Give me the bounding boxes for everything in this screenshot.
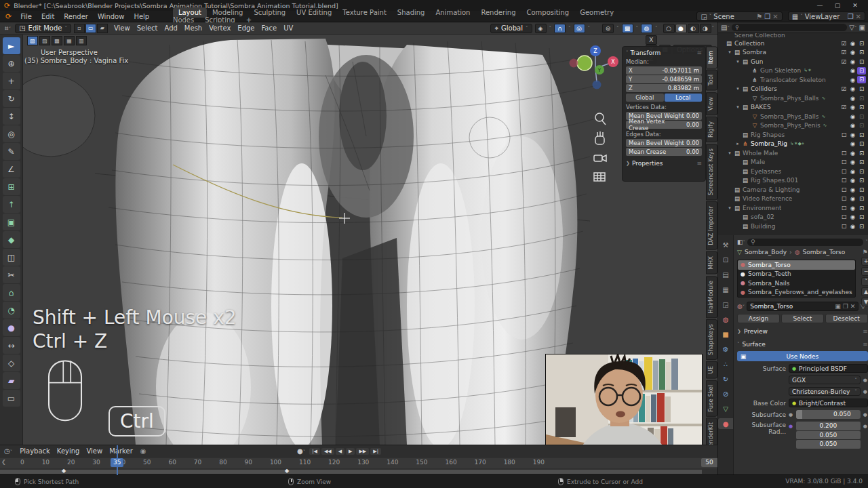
viewport-menu-item[interactable]: View	[111, 24, 134, 32]
disable-render-camera-icon[interactable]	[857, 223, 866, 230]
outliner-row-colliders[interactable]: Colliders	[718, 85, 868, 94]
material-slot[interactable]: ● Sombra_Teeth	[738, 270, 855, 279]
outliner-row-whole-male[interactable]: Whole Male	[718, 148, 868, 158]
mode-dropdown[interactable]: ◳ Edit Mode ˅	[15, 24, 71, 33]
jump-to-start-button[interactable]: |◀	[309, 448, 320, 455]
surface-shader-field[interactable]: ● Principled BSDF	[789, 364, 868, 373]
unlink-icon[interactable]: ✕	[856, 13, 861, 20]
prop-tab-output[interactable]: ▤	[718, 269, 733, 280]
hide-eye-icon[interactable]	[848, 140, 857, 147]
tool-transform[interactable]: ◎	[3, 125, 20, 142]
shading-rendered-icon[interactable]: ◑	[700, 24, 711, 33]
outliner-row-gun[interactable]: Gun	[718, 57, 868, 66]
exclude-checkbox-icon[interactable]	[840, 131, 848, 138]
local-button[interactable]: Local	[665, 94, 703, 102]
outliner-row-sombra-rig[interactable]: Sombra_Rig ↳✶◆⌖	[718, 140, 868, 149]
disable-render-camera-icon[interactable]	[857, 205, 866, 211]
global-button[interactable]: Global	[626, 94, 664, 102]
menu-item[interactable]: File	[16, 12, 37, 22]
exclude-checkbox-icon[interactable]	[840, 168, 848, 175]
timeline-editor-icon[interactable]: ◷˅	[4, 447, 12, 455]
exclude-checkbox-icon[interactable]	[840, 85, 848, 92]
copy-icon[interactable]: ❐	[843, 303, 848, 310]
exclude-checkbox-icon[interactable]	[840, 40, 848, 47]
disable-render-camera-icon[interactable]	[857, 150, 866, 157]
outliner-row-scene-collection[interactable]: Scene Collection	[718, 33, 868, 39]
timeline-ruler[interactable]: ❮ 01020304050607080901001101201301401501…	[0, 457, 717, 468]
base-color-field[interactable]: ● Bright/Contrast	[789, 399, 868, 407]
outliner-row-bakes-phys-balls[interactable]: Sombra_Phys_Balls ∿	[718, 112, 868, 121]
exclude-checkbox-icon[interactable]	[840, 177, 848, 184]
prop-tab-view-layer[interactable]: ▦	[718, 284, 733, 295]
hide-eye-icon[interactable]	[848, 49, 857, 56]
select-mode-invert[interactable]: ▦	[64, 36, 75, 45]
timeline-menu-item[interactable]: Playback	[16, 447, 54, 455]
tool-extrude-region[interactable]: ↑	[3, 196, 20, 213]
sss-method-dropdown[interactable]: Christensen-Burley˅	[789, 387, 861, 396]
hide-eye-icon[interactable]	[848, 186, 857, 193]
material-name-field[interactable]: Sombra_Torso ▣ ❐ ✕	[747, 302, 859, 311]
edge-data-field[interactable]: Mean Crease0.00	[626, 148, 702, 156]
prop-tab-constraints[interactable]: ⊘	[718, 388, 733, 399]
properties-search-input[interactable]: ⚲	[747, 239, 863, 246]
exclude-checkbox-icon[interactable]	[840, 214, 848, 220]
tool-cursor[interactable]: ⊕	[3, 55, 20, 72]
unlink-icon[interactable]: ✕	[850, 303, 856, 310]
vertex-data-field[interactable]: Mean Vertex Crease0.00	[626, 121, 702, 129]
tool-move[interactable]: +	[3, 73, 20, 89]
tool-edge-slide[interactable]: ↔	[3, 337, 20, 354]
viewport-menu-item[interactable]: UV	[280, 24, 296, 32]
hide-eye-icon[interactable]	[848, 131, 857, 138]
prop-tab-particles[interactable]: ∴	[718, 359, 733, 369]
mirror-axis-button[interactable]: X	[646, 35, 657, 45]
select-mode-set[interactable]: ▧	[27, 36, 38, 45]
hide-eye-icon[interactable]	[848, 159, 857, 165]
pin-icon[interactable]: ⚑	[863, 249, 868, 256]
prop-tab-material[interactable]: ●	[718, 418, 733, 429]
scene-selector[interactable]: ◲˅ Scene ⚑ ❐ ✕	[696, 12, 782, 21]
disable-render-camera-icon[interactable]	[857, 113, 866, 120]
viewport-menu-item[interactable]: Add	[161, 24, 180, 32]
xray-toggle-icon[interactable]: ▩	[622, 24, 633, 33]
breadcrumb-object[interactable]: Sombra_Body	[745, 249, 787, 256]
n-panel-tab[interactable]: Screencast Keys	[706, 144, 717, 200]
show-gizmos-icon[interactable]: ⊚	[602, 24, 614, 33]
outliner-row-gun-skeleton[interactable]: Gun Skeleton ↳✶	[718, 66, 868, 76]
end-frame-field[interactable]: 50	[701, 458, 717, 467]
workspace-tab[interactable]: Compositing	[521, 7, 575, 18]
workspace-tab[interactable]: Animation	[430, 7, 475, 18]
record-icon[interactable]: ●˅	[297, 447, 305, 455]
n-panel-tab[interactable]: HairModule	[706, 276, 717, 318]
select-button[interactable]: Select	[781, 314, 824, 323]
disable-render-camera-icon[interactable]	[857, 85, 866, 92]
subsurface-radius-field[interactable]: 0.050	[796, 431, 861, 440]
n-panel-tab[interactable]: Shapekeys	[706, 319, 717, 360]
outliner-row-building[interactable]: Building	[718, 222, 868, 231]
filter-icon[interactable]: ▽˅	[849, 24, 856, 31]
hide-eye-icon[interactable]	[848, 104, 857, 110]
timeline-menu-item[interactable]: Keying	[54, 447, 83, 455]
shading-wireframe-icon[interactable]: ○	[663, 24, 675, 33]
exclude-checkbox-icon[interactable]	[840, 58, 848, 65]
exclude-checkbox-icon[interactable]	[840, 159, 848, 165]
hide-eye-icon[interactable]	[848, 85, 857, 92]
disable-render-camera-icon[interactable]	[857, 214, 866, 220]
outliner-row-collection[interactable]: Collection	[718, 39, 868, 48]
editor-type-icon[interactable]: ⌗˅	[3, 24, 12, 33]
copy-icon[interactable]: ❐	[764, 13, 770, 20]
properties-panel-header[interactable]: ❯Properties≡	[626, 160, 702, 167]
fake-user-icon[interactable]: ▣	[835, 303, 841, 310]
outliner-editor-icon[interactable]: ▤˅	[721, 24, 730, 31]
hide-eye-icon[interactable]	[848, 195, 857, 202]
disable-render-camera-icon[interactable]	[857, 140, 866, 147]
shading-material-icon[interactable]: ◐	[688, 24, 699, 33]
pivot-point-icon[interactable]: ◈	[535, 24, 547, 33]
prop-tab-render[interactable]: ⊡	[718, 254, 733, 265]
tool-select-box[interactable]: ►	[3, 37, 20, 54]
orientation-dropdown[interactable]: ⌖ Global ˅	[490, 24, 532, 33]
disclosure-triangle-icon[interactable]	[726, 49, 733, 55]
viewport-menu-item[interactable]: Face	[258, 24, 281, 32]
n-panel-tab[interactable]: MHX	[706, 251, 717, 274]
prev-keyframe-button[interactable]: ◀◀	[321, 448, 334, 455]
hide-eye-icon[interactable]	[848, 40, 857, 47]
